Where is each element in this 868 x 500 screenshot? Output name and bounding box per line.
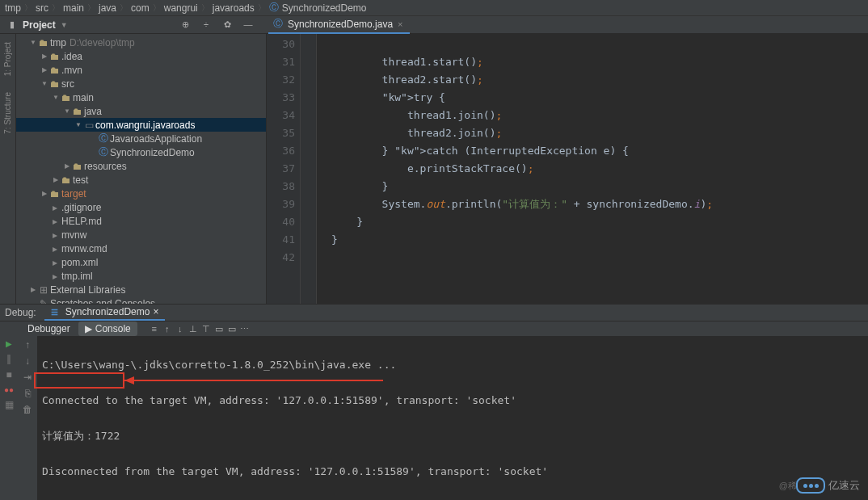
arrow-head-icon	[124, 376, 134, 384]
tree-item-com-wangrui-javaroads[interactable]: ▼▭com.wangrui.javaroads	[16, 118, 266, 132]
toolbar-icon-4[interactable]: ⊥	[188, 324, 199, 334]
editor-area[interactable]: 30313233343536373839404142 thread1.start…	[267, 34, 868, 304]
tree-item-pom-xml[interactable]: ▸pom.xml	[16, 255, 266, 269]
tree-arrow-icon[interactable]: ▶	[63, 162, 71, 170]
debugger-tab[interactable]: Debugger	[21, 321, 77, 336]
project-tree[interactable]: ▼🖿tmpD:\develop\tmp▶🖿.idea▶🖿.mvn▼🖿src▼🖿m…	[16, 34, 267, 304]
project-view-title[interactable]: Project	[23, 19, 56, 31]
tree-item-label: JavaroadsApplication	[110, 133, 202, 145]
crumb-6[interactable]: javaroads	[213, 2, 255, 14]
crumb-4[interactable]: com	[131, 2, 150, 14]
tree-item-src[interactable]: ▼🖿src	[16, 77, 266, 90]
debug-tool-window: Debug: ☰ SynchronizedDemo × Debugger ▶ C…	[0, 304, 868, 500]
tree-item-tmp[interactable]: ▼🖿tmpD:\develop\tmp	[16, 36, 266, 49]
crumb-3[interactable]: java	[99, 2, 116, 14]
crumb-2[interactable]: main	[63, 2, 84, 14]
crumb-1[interactable]: src	[36, 2, 48, 14]
tree-item--mvn[interactable]: ▶🖿.mvn	[16, 63, 266, 77]
tree-item-test[interactable]: ▶🖿test	[16, 173, 266, 187]
tree-arrow-icon[interactable]: ▶	[40, 53, 48, 60]
crumb-7[interactable]: SynchronizedDemo	[282, 2, 367, 14]
breadcrumb[interactable]: tmp〉 src〉 main〉 java〉 com〉 wangrui〉 java…	[0, 0, 868, 16]
tree-item-scratches-and-consoles[interactable]: ✎Scratches and Consoles	[16, 296, 266, 304]
editor-tab[interactable]: Ⓒ SynchronizedDemo.java ×	[268, 16, 410, 34]
file-icon: ▸	[48, 216, 61, 227]
tree-arrow-icon[interactable]: ▶	[40, 66, 48, 74]
editor-code[interactable]: thread1.start(); thread2.start(); "kw">t…	[317, 34, 713, 304]
down-icon[interactable]: ↓	[25, 355, 30, 367]
tree-item-external-libraries[interactable]: ▶⊞External Libraries	[16, 283, 266, 296]
tree-item-label: java	[84, 106, 102, 117]
toolbar-icon-3[interactable]: ↓	[175, 324, 186, 334]
tree-item--gitignore[interactable]: ▸.gitignore	[16, 200, 266, 214]
package-icon: ▭	[82, 120, 95, 131]
folder-icon: 🖿	[71, 161, 84, 172]
toolbar-icon-1[interactable]: ≡	[149, 324, 160, 334]
tree-arrow-icon[interactable]: ▼	[63, 107, 71, 115]
close-tab-icon[interactable]: ×	[398, 19, 402, 29]
tree-item-label: src	[61, 78, 74, 90]
chevron-down-icon[interactable]: ▼	[61, 21, 68, 29]
layout-icon[interactable]: ▦	[5, 399, 14, 410]
target-icon[interactable]: ⊕	[179, 19, 191, 30]
tree-item-help-md[interactable]: ▸HELP.md	[16, 214, 266, 228]
console-output[interactable]: C:\Users\wang-\.jdks\corretto-1.8.0_252\…	[37, 336, 868, 500]
project-tool-button[interactable]: 1: Project	[3, 42, 12, 76]
tree-item-main[interactable]: ▼🖿main	[16, 90, 266, 104]
breakpoints-icon[interactable]: ●●	[4, 385, 14, 394]
toolbar-icon-2[interactable]: ↑	[162, 324, 173, 334]
tree-arrow-icon[interactable]: ▼	[40, 80, 48, 87]
console-tab[interactable]: ▶ Console	[78, 321, 137, 336]
tree-item-label: target	[61, 188, 86, 200]
tree-arrow-icon[interactable]: ▼	[52, 94, 60, 101]
toolbar-icon-7[interactable]: ▭	[226, 324, 238, 334]
tree-arrow-icon[interactable]: ▶	[40, 190, 48, 197]
gear-icon[interactable]: ✿	[221, 19, 233, 30]
console-line: Disconnected from the target VM, address…	[42, 463, 863, 481]
tree-item--idea[interactable]: ▶🖿.idea	[16, 49, 266, 63]
hide-icon[interactable]: —	[242, 19, 254, 30]
tree-item-java[interactable]: ▼🖿java	[16, 104, 266, 118]
tree-item-tmp-iml[interactable]: ▸tmp.iml	[16, 269, 266, 283]
run-config-tab[interactable]: ☰ SynchronizedDemo ×	[44, 305, 166, 321]
up-icon[interactable]: ↑	[25, 339, 30, 351]
wrap-icon[interactable]: ⇥	[23, 372, 32, 383]
folder-icon: 🖿	[71, 106, 84, 117]
tree-arrow-icon[interactable]: ▶	[29, 286, 37, 293]
tree-item-resources[interactable]: ▶🖿resources	[16, 159, 266, 173]
rerun-icon[interactable]: ▶	[6, 339, 12, 348]
site-watermark: 亿速云	[796, 477, 860, 494]
structure-tool-button[interactable]: 7: Structure	[3, 92, 12, 134]
toolbar-icon-5[interactable]: ⊤	[200, 324, 212, 334]
tree-item-label: mvnw.cmd	[61, 243, 107, 254]
toolbar-icon-8[interactable]: ⋯	[239, 324, 251, 334]
tree-item-target[interactable]: ▶🖿target	[16, 187, 266, 200]
tree-arrow-icon[interactable]: ▼	[74, 121, 82, 128]
print-icon[interactable]: ⎘	[25, 388, 31, 399]
stop-icon[interactable]: ■	[6, 369, 11, 380]
java-run-icon: ☰	[51, 308, 62, 317]
close-debug-tab-icon[interactable]: ×	[153, 306, 158, 317]
tree-item-label: pom.xml	[61, 257, 98, 268]
editor-gutter[interactable]: 30313233343536373839404142	[267, 34, 301, 304]
tree-item-mvnw[interactable]: ▸mvnw	[16, 228, 266, 242]
tree-item-javaroadsapplication[interactable]: ⒸJavaroadsApplication	[16, 132, 266, 145]
java-file-icon: Ⓒ	[273, 17, 283, 31]
console-line: C:\Users\wang-\.jdks\corretto-1.8.0_252\…	[42, 356, 863, 374]
tree-item-mvnw-cmd[interactable]: ▸mvnw.cmd	[16, 242, 266, 255]
tree-item-label: mvnw	[61, 229, 86, 241]
collapse-icon[interactable]: ÷	[200, 19, 212, 30]
editor-fold-column[interactable]	[301, 34, 317, 304]
crumb-5[interactable]: wangrui	[164, 2, 198, 14]
left-tool-stripe[interactable]: 1: Project 7: Structure	[0, 34, 16, 304]
pause-icon[interactable]: ‖	[6, 353, 11, 364]
tree-item-synchronizeddemo[interactable]: ⒸSynchronizedDemo	[16, 145, 266, 159]
toolbar-icon-6[interactable]: ▭	[213, 324, 225, 334]
clear-icon[interactable]: 🗑	[23, 404, 32, 415]
class-icon: Ⓒ	[97, 145, 110, 159]
arrow-annotation	[124, 380, 383, 381]
tree-arrow-icon[interactable]: ▼	[29, 39, 37, 46]
console-side-controls: ↑ ↓ ⇥ ⎘ 🗑	[18, 336, 37, 500]
tree-arrow-icon[interactable]: ▶	[52, 176, 60, 183]
crumb-0[interactable]: tmp	[5, 2, 21, 14]
